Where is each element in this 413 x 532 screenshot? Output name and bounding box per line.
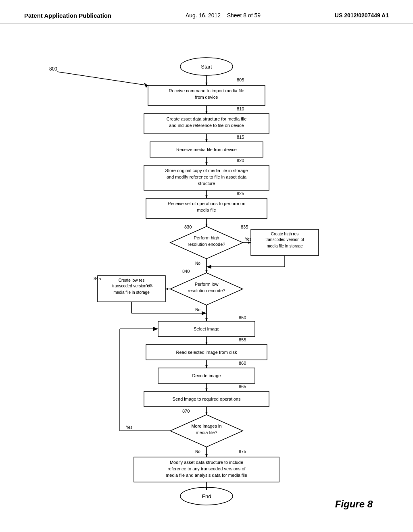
svg-text:840: 840: [182, 269, 190, 274]
svg-marker-91: [205, 412, 208, 415]
svg-text:media file and analysis data f: media file and analysis data for media f…: [166, 473, 247, 478]
svg-marker-72: [205, 318, 208, 321]
svg-text:Receive set of operations to p: Receive set of operations to perform on: [168, 201, 246, 206]
svg-text:media file in storage: media file in storage: [267, 244, 303, 248]
svg-text:Send image to required operati: Send image to required operations: [173, 397, 241, 401]
svg-marker-110: [205, 487, 208, 490]
svg-text:Create high res: Create high res: [271, 232, 298, 236]
svg-marker-102: [205, 454, 208, 457]
svg-text:820: 820: [237, 158, 244, 163]
svg-text:More images in: More images in: [191, 424, 221, 428]
svg-text:815: 815: [237, 135, 244, 139]
svg-text:resolution encode?: resolution encode?: [188, 242, 225, 247]
svg-text:No: No: [195, 308, 200, 312]
svg-marker-67: [202, 311, 206, 315]
svg-text:845: 845: [94, 276, 101, 281]
svg-marker-48: [206, 265, 211, 269]
svg-marker-20: [205, 162, 208, 165]
svg-text:Select image: Select image: [194, 326, 219, 331]
svg-text:transcoded version of: transcoded version of: [112, 284, 151, 288]
svg-text:structure: structure: [198, 181, 215, 186]
svg-text:825: 825: [237, 191, 244, 196]
svg-text:Create asset data structure fo: Create asset data structure for media fi…: [167, 116, 247, 121]
svg-text:media file in storage: media file in storage: [113, 290, 150, 295]
svg-marker-15: [205, 139, 208, 142]
flowchart-lower-svg: [25, 0, 388, 88]
svg-marker-53: [205, 270, 208, 273]
svg-marker-81: [205, 365, 208, 368]
svg-text:830: 830: [184, 224, 192, 229]
svg-text:835: 835: [241, 224, 248, 229]
svg-text:865: 865: [239, 384, 246, 389]
svg-text:Store original copy of media f: Store original copy of media file in sto…: [165, 168, 248, 173]
svg-text:870: 870: [182, 409, 190, 414]
svg-text:No: No: [195, 261, 200, 266]
svg-text:End: End: [202, 493, 211, 499]
svg-marker-99: [153, 327, 158, 331]
svg-marker-86: [205, 389, 208, 391]
figure-label: Figure 8: [335, 499, 373, 510]
svg-text:Yes: Yes: [245, 237, 251, 241]
svg-text:No: No: [195, 449, 200, 454]
svg-text:810: 810: [237, 106, 244, 111]
svg-text:Receive media file from device: Receive media file from device: [176, 147, 237, 152]
svg-text:reference to any transcoded ve: reference to any transcoded versions of: [167, 466, 246, 471]
svg-text:Create low res: Create low res: [119, 278, 144, 283]
svg-text:855: 855: [239, 337, 246, 342]
svg-text:media file?: media file?: [196, 430, 217, 435]
svg-text:media file: media file: [197, 208, 216, 212]
diagram-area: Start805Receive command to import media …: [0, 32, 413, 532]
svg-text:875: 875: [239, 449, 246, 454]
svg-text:860: 860: [239, 361, 246, 366]
svg-text:from device: from device: [195, 95, 218, 100]
svg-text:Yes: Yes: [126, 425, 132, 430]
svg-text:Decode image: Decode image: [192, 373, 221, 378]
svg-marker-76: [205, 342, 208, 345]
diagram-lower: [0, 0, 413, 88]
svg-marker-9: [205, 111, 208, 114]
svg-text:and modify reference to file i: and modify reference to file in asset da…: [167, 175, 247, 179]
svg-marker-27: [205, 195, 208, 198]
svg-text:Perform low: Perform low: [195, 282, 219, 287]
svg-marker-40: [248, 241, 251, 244]
svg-text:Perform high: Perform high: [194, 235, 219, 240]
svg-text:transcoded version of: transcoded version of: [265, 237, 304, 242]
svg-text:Read selected image from disk: Read selected image from disk: [176, 350, 237, 355]
svg-text:Receive command to import medi: Receive command to import media file: [169, 88, 244, 93]
svg-text:Modify asset data structure to: Modify asset data structure to include: [170, 460, 243, 465]
svg-marker-58: [165, 288, 168, 290]
svg-text:resolution encode?: resolution encode?: [188, 288, 225, 293]
svg-marker-33: [205, 224, 208, 227]
svg-text:850: 850: [239, 315, 246, 320]
svg-text:and include reference to file : and include reference to file on device: [169, 123, 244, 128]
page: Patent Application Publication Aug. 16, …: [0, 0, 413, 532]
